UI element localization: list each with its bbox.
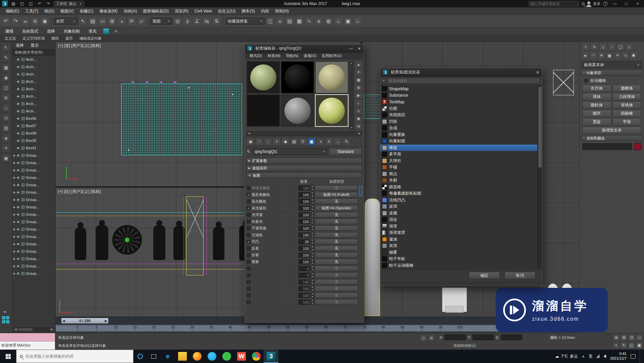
- map-search-input[interactable]: [387, 78, 540, 84]
- material-editor-menu-item[interactable]: 导航(N): [283, 53, 301, 59]
- map-enable-checkbox[interactable]: [247, 280, 251, 284]
- material-sample-slot[interactable]: [315, 94, 348, 127]
- amount-spinner[interactable]: ▲▼: [311, 252, 314, 258]
- name-color-rollout-header[interactable]: − 名称和颜色: [581, 135, 643, 141]
- pick-material-from-object-icon[interactable]: ✎: [342, 138, 351, 145]
- map-slot-button[interactable]: 无: [315, 299, 358, 305]
- menu-item[interactable]: 自定义(U): [215, 7, 238, 15]
- scene-explorer-row[interactable]: ▶ ◉ Group...: [12, 248, 55, 255]
- close-icon[interactable]: ✕: [358, 46, 361, 51]
- display-tab-icon[interactable]: ▢: [616, 43, 625, 50]
- expand-arrow-icon[interactable]: ▶: [13, 176, 17, 179]
- viewport-front-label[interactable]: [+] [前] [用户定义] [线框]: [58, 189, 101, 195]
- viewport-top-label[interactable]: [+] [顶] [用户定义] [线框]: [58, 43, 101, 49]
- selection-lock-toggle-icon[interactable]: ⊘: [428, 334, 435, 341]
- map-slot-button[interactable]: 贴图 #4 (Speckle): [315, 205, 358, 211]
- shape-tool-icon[interactable]: ◇: [2, 103, 10, 112]
- amount-spinner[interactable]: ▲▼: [311, 198, 314, 204]
- visibility-icon[interactable]: ◉: [17, 154, 21, 157]
- show-desktop-button[interactable]: [640, 350, 641, 363]
- wps-icon[interactable]: W: [234, 350, 249, 363]
- map-enable-checkbox[interactable]: [247, 213, 251, 217]
- schematic-view-icon[interactable]: #: [314, 17, 323, 26]
- map-enable-checkbox[interactable]: [247, 193, 251, 197]
- map-amount-field[interactable]: 100: [299, 279, 310, 284]
- map-type-item[interactable]: 向量贴图: [380, 138, 537, 145]
- map-amount-field[interactable]: 0: [299, 273, 310, 278]
- scene-explorer-row[interactable]: ▶ ◉ Group...: [12, 240, 55, 248]
- scene-explorer-row[interactable]: ▶ ◉ Group...: [12, 152, 55, 159]
- firefox-icon[interactable]: [190, 350, 205, 363]
- scene-explorer-row[interactable]: ▶ ◉ Group...: [12, 218, 55, 225]
- menu-item[interactable]: 组(G): [41, 7, 57, 15]
- amount-spinner[interactable]: ▲▼: [311, 286, 314, 292]
- scene-explorer-row[interactable]: ▶ ◉ Group...: [12, 196, 55, 203]
- visibility-icon[interactable]: ◉: [17, 95, 21, 98]
- ambient-diffuse-lock-button[interactable]: [359, 186, 362, 196]
- scene-explorer-row[interactable]: ▶ ◉ Box07: [12, 122, 55, 129]
- reference-coordinate-dropdown[interactable]: 视图 ▼: [150, 17, 172, 25]
- map-enable-checkbox[interactable]: [247, 200, 251, 203]
- percent-snap-icon[interactable]: %: [202, 17, 211, 26]
- file-explorer-icon[interactable]: [175, 350, 190, 363]
- scene-explorer-row[interactable]: ▶ ◉ Group...: [12, 211, 55, 218]
- expand-arrow-icon[interactable]: ▶: [13, 228, 17, 231]
- expand-arrow-icon[interactable]: ▶: [13, 169, 17, 172]
- browser-scrollbar[interactable]: [537, 86, 542, 269]
- scene-explorer-row[interactable]: ▶ ◉ Group...: [12, 233, 55, 240]
- scene-explorer-row[interactable]: ▶ ◉ Group...: [12, 270, 55, 277]
- material-editor-menu-item[interactable]: 材质(M): [265, 53, 283, 59]
- map-type-item[interactable]: Substance: [380, 92, 537, 99]
- new-scene-icon[interactable]: ▤: [10, 1, 17, 6]
- scene-explorer-row[interactable]: ▶ ◉ Arch...: [12, 100, 55, 107]
- workspace-dropdown[interactable]: 工作区: 默认 ▼: [54, 1, 84, 7]
- map-amount-field[interactable]: 100: [299, 253, 310, 258]
- map-type-item[interactable]: 凹痕: [380, 118, 537, 125]
- menu-item[interactable]: 动画(A): [120, 7, 140, 15]
- search-icon[interactable]: [582, 2, 585, 5]
- visibility-icon[interactable]: ◉: [17, 139, 21, 142]
- material-sample-slot[interactable]: [247, 94, 280, 127]
- put-to-library-icon[interactable]: ▤: [290, 138, 298, 145]
- map-enable-checkbox[interactable]: [247, 240, 251, 244]
- scene-explorer-row[interactable]: ▶ ◉ Box35: [12, 137, 55, 144]
- menu-item[interactable]: 创建(C): [77, 7, 97, 15]
- amount-spinner[interactable]: ▲▼: [311, 185, 314, 191]
- primitive-button[interactable]: 加强型文本: [582, 127, 641, 134]
- help-search-input[interactable]: [529, 1, 579, 6]
- map-slot-button[interactable]: 无: [315, 259, 358, 264]
- material-editor-menu-item[interactable]: 模式(D): [247, 53, 265, 59]
- weather-widget[interactable]: ☁ 7°C 多云: [555, 354, 578, 359]
- map-enable-checkbox[interactable]: [247, 287, 251, 291]
- expand-arrow-icon[interactable]: ▶: [13, 191, 17, 194]
- frame-forward-icon[interactable]: ▶: [105, 319, 107, 322]
- expand-arrow-icon[interactable]: ▶: [13, 184, 17, 187]
- ribbon-sub-item[interactable]: 编辑选定对象: [76, 35, 105, 42]
- map-slot-button[interactable]: 无: [315, 286, 358, 291]
- scene-explorer-row[interactable]: ▶ ◉ Box06: [12, 115, 55, 122]
- map-browser-titlebar[interactable]: 3 材质/贴图浏览器 ✕: [380, 68, 542, 77]
- material-editor-menu-item[interactable]: 选项(O): [301, 53, 319, 59]
- zoom-region-icon[interactable]: ▭: [636, 334, 643, 341]
- history-tool-icon[interactable]: ◷: [2, 113, 10, 122]
- ribbon-tab[interactable]: 填充: [85, 28, 101, 35]
- sample-horizontal-scrollbar[interactable]: ◀▶: [247, 131, 362, 136]
- y-coordinate-input[interactable]: [473, 334, 494, 340]
- menu-item[interactable]: 视图(V): [57, 7, 77, 15]
- visibility-icon[interactable]: ◉: [17, 235, 21, 238]
- map-slot-button[interactable]: 无: [315, 225, 358, 231]
- bind-to-space-warp-icon[interactable]: ◉: [40, 17, 49, 26]
- expand-arrow-icon[interactable]: ▶: [13, 265, 17, 268]
- visibility-icon[interactable]: ◉: [17, 198, 21, 201]
- scene-explorer-row[interactable]: ▶ ◉ Group...: [12, 181, 55, 189]
- user-account-icon[interactable]: [587, 1, 590, 4]
- menu-item[interactable]: 图形编辑器(D): [140, 7, 172, 15]
- ok-button[interactable]: 确定: [469, 272, 500, 279]
- visibility-icon[interactable]: ◉: [17, 102, 21, 105]
- map-enable-checkbox[interactable]: [247, 253, 251, 257]
- rectangular-selection-region-icon[interactable]: ▭: [98, 17, 107, 26]
- layer-manager-icon[interactable]: ▤: [285, 17, 294, 26]
- map-amount-field[interactable]: 100: [299, 300, 310, 305]
- map-slot-button[interactable]: 无: [315, 246, 358, 251]
- open-file-icon[interactable]: ◰: [19, 1, 25, 6]
